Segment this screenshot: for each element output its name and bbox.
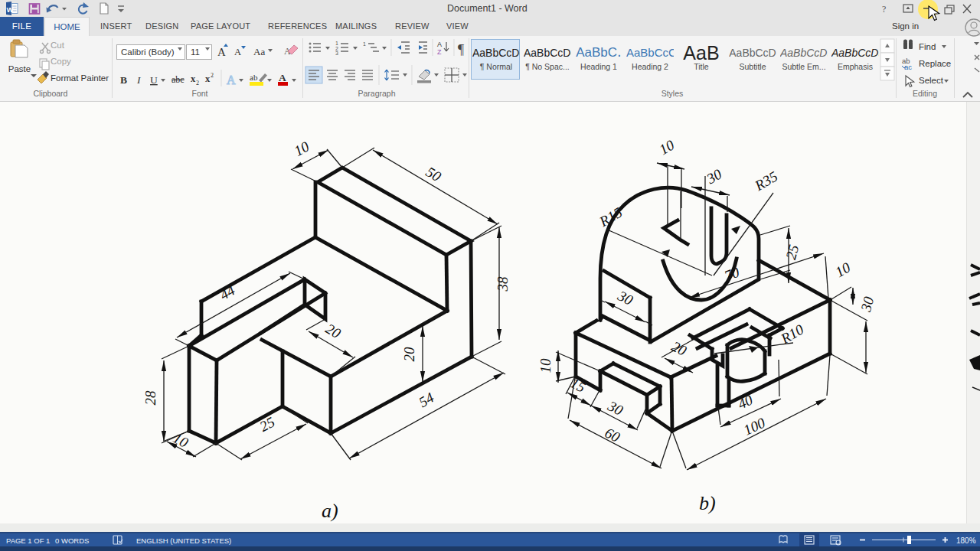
svg-text:A: A <box>227 73 236 86</box>
svg-text:38: 38 <box>495 276 511 292</box>
svg-text:A: A <box>234 47 241 57</box>
svg-text:10: 10 <box>656 136 677 158</box>
svg-text:a): a) <box>322 500 338 522</box>
svg-text:R35: R35 <box>751 168 780 194</box>
svg-text:U: U <box>150 74 158 86</box>
svg-text:b): b) <box>699 492 716 514</box>
svg-text:abc: abc <box>172 74 185 85</box>
svg-text:2: 2 <box>211 72 214 79</box>
svg-text:54: 54 <box>416 389 436 410</box>
svg-text:1: 1 <box>363 41 366 47</box>
svg-text:20: 20 <box>401 347 417 362</box>
svg-text:28: 28 <box>142 390 158 406</box>
svg-text:10: 10 <box>171 430 191 452</box>
svg-text:3: 3 <box>335 51 338 56</box>
svg-text:x: x <box>205 73 211 84</box>
svg-text:30: 30 <box>858 295 877 314</box>
svg-text:20: 20 <box>323 321 344 342</box>
svg-text:A: A <box>279 72 286 83</box>
svg-text:30: 30 <box>605 397 626 419</box>
svg-text:10: 10 <box>832 259 853 280</box>
svg-text:I: I <box>136 74 142 86</box>
svg-text:x: x <box>191 73 196 84</box>
svg-text:W: W <box>7 5 14 14</box>
svg-text:25: 25 <box>782 243 802 261</box>
svg-text:30: 30 <box>703 165 724 187</box>
svg-text:Find: Find <box>919 42 936 51</box>
svg-text:44: 44 <box>217 282 237 303</box>
svg-text:A: A <box>437 41 442 48</box>
svg-text:180%: 180% <box>956 536 976 545</box>
svg-text:Select: Select <box>919 76 944 85</box>
svg-text:?: ? <box>882 4 886 15</box>
svg-text:A: A <box>217 46 226 58</box>
svg-text:60: 60 <box>603 425 623 446</box>
svg-text:10: 10 <box>291 138 312 159</box>
svg-text:30: 30 <box>615 287 636 308</box>
svg-text:20: 20 <box>669 338 690 360</box>
svg-text:1: 1 <box>335 41 338 46</box>
svg-text:40: 40 <box>735 391 756 412</box>
svg-text:¶: ¶ <box>458 42 464 57</box>
svg-text:B: B <box>120 74 127 86</box>
svg-text:Replace: Replace <box>919 59 951 68</box>
svg-text:Z: Z <box>437 48 442 56</box>
svg-text:10: 10 <box>537 358 554 373</box>
svg-text:Aa: Aa <box>253 46 265 57</box>
svg-text:100: 100 <box>741 414 768 438</box>
svg-text:2: 2 <box>196 80 199 86</box>
svg-text:ab: ab <box>250 73 258 82</box>
